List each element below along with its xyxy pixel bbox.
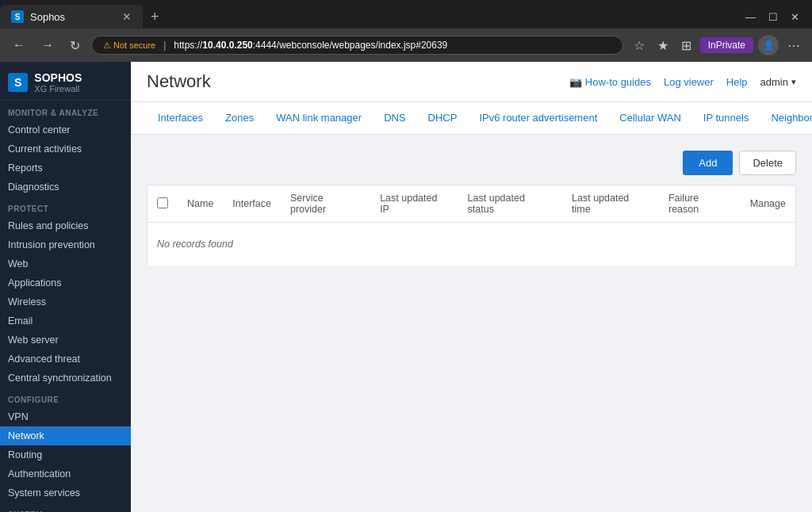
header-links: 📷 How-to guides Log viewer Help admin	[569, 76, 796, 88]
section-label-protect: Protect	[0, 197, 131, 216]
sidebar-item-routing[interactable]: Routing	[0, 445, 131, 464]
brand-info: SOPHOS XG Firewall	[34, 71, 82, 94]
sidebar-item-vpn[interactable]: VPN	[0, 407, 131, 426]
table-header-checkbox[interactable]	[147, 185, 178, 223]
add-button[interactable]: Add	[683, 151, 733, 175]
brand-name: SOPHOS	[34, 71, 82, 84]
tab-ip-tunnels[interactable]: IP tunnels	[692, 102, 760, 135]
sidebar-item-intrusion-prevention[interactable]: Intrusion prevention	[0, 235, 131, 254]
tab-title: Sophos	[30, 11, 65, 23]
browser-tab[interactable]: S Sophos ✕	[0, 5, 143, 29]
main-header: Network 📷 How-to guides Log viewer Help …	[131, 62, 812, 102]
url-display: https://10.40.0.250:4444/webconsole/webp…	[174, 40, 447, 51]
tab-wan-link-manager[interactable]: WAN link manager	[265, 102, 373, 135]
more-btn[interactable]: ⋯	[783, 36, 804, 55]
tab-dhcp[interactable]: DHCP	[417, 102, 469, 135]
tab-cellular-wan[interactable]: Cellular WAN	[608, 102, 692, 135]
window-close-btn[interactable]: ✕	[786, 11, 804, 23]
sophos-logo-icon: S	[8, 73, 28, 92]
product-name: XG Firewall	[34, 84, 82, 94]
sidebar-item-authentication[interactable]: Authentication	[0, 464, 131, 483]
section-label-monitor: Monitor & Analyze	[0, 101, 131, 120]
tab-dns[interactable]: DNS	[373, 102, 416, 135]
sidebar-item-central-sync[interactable]: Central synchronization	[0, 369, 131, 388]
sidebar-item-advanced-threat[interactable]: Advanced threat	[0, 350, 131, 369]
address-bar[interactable]: ⚠ Not secure | https://10.40.0.250:4444/…	[91, 36, 623, 55]
sidebar-item-rules-policies[interactable]: Rules and policies	[0, 216, 131, 235]
delete-button[interactable]: Delete	[739, 151, 796, 175]
sidebar-item-current-activities[interactable]: Current activities	[0, 139, 131, 159]
sidebar-item-system-services[interactable]: System services	[0, 483, 131, 502]
section-label-system: System	[0, 502, 131, 512]
star-btn[interactable]: ☆	[630, 36, 649, 55]
tab-ipv6-router[interactable]: IPv6 router advertisement	[468, 102, 608, 135]
select-all-checkbox[interactable]	[157, 197, 168, 208]
table-toolbar: Add Delete	[147, 151, 796, 175]
sidebar-item-diagnostics[interactable]: Diagnostics	[0, 178, 131, 197]
inprivate-btn[interactable]: InPrivate	[700, 37, 753, 53]
how-to-guides-link[interactable]: 📷 How-to guides	[569, 76, 651, 88]
page-title: Network	[147, 71, 211, 92]
collections-btn[interactable]: ⊞	[677, 36, 695, 55]
tab-favicon: S	[11, 10, 24, 23]
not-secure-indicator: ⚠ Not secure	[103, 40, 155, 51]
tab-close-btn[interactable]: ✕	[122, 10, 132, 23]
help-link[interactable]: Help	[726, 76, 748, 88]
main-content: Network 📷 How-to guides Log viewer Help …	[131, 62, 812, 512]
sidebar-item-applications[interactable]: Applications	[0, 273, 131, 292]
user-avatar[interactable]: 👤	[758, 35, 779, 55]
table-header-name: Name	[178, 185, 223, 223]
refresh-btn[interactable]: ↻	[65, 36, 85, 55]
log-viewer-link[interactable]: Log viewer	[664, 76, 714, 88]
browser-chrome: S Sophos ✕ + — ☐ ✕ ← → ↻ ⚠ Not secure | …	[0, 0, 812, 62]
minimize-btn[interactable]: —	[741, 11, 760, 23]
forward-btn[interactable]: →	[36, 36, 59, 54]
dynamic-dns-table: Name Interface Service provider Last upd…	[147, 185, 796, 266]
table-header-interface: Interface	[223, 185, 281, 223]
table-header-last-updated-ip: Last updated IP	[370, 185, 458, 223]
table-no-records-row: No records found	[147, 223, 796, 266]
sidebar-item-email[interactable]: Email	[0, 311, 131, 331]
admin-menu[interactable]: admin	[760, 76, 796, 88]
no-records-cell: No records found	[147, 223, 796, 266]
back-btn[interactable]: ←	[8, 36, 30, 54]
sidebar-item-control-center[interactable]: Control center	[0, 120, 131, 139]
section-label-configure: Configure	[0, 388, 131, 407]
table-header-row: Name Interface Service provider Last upd…	[147, 185, 796, 223]
sidebar-logo: S SOPHOS XG Firewall	[0, 62, 131, 101]
sidebar: S SOPHOS XG Firewall Monitor & Analyze C…	[0, 62, 131, 512]
new-tab-btn[interactable]: +	[143, 9, 167, 25]
tab-interfaces[interactable]: Interfaces	[147, 102, 214, 135]
sidebar-item-web-server[interactable]: Web server	[0, 331, 131, 350]
browser-tabs: S Sophos ✕ + — ☐ ✕	[0, 0, 812, 29]
sidebar-item-network[interactable]: Network	[0, 426, 131, 445]
table-header-service-provider: Service provider	[281, 185, 370, 223]
sidebar-item-wireless[interactable]: Wireless	[0, 292, 131, 311]
content-area: Add Delete Name Interface Service provid…	[131, 135, 812, 512]
nav-tabs-bar: Interfaces Zones WAN link manager DNS DH…	[131, 102, 812, 135]
app-container: S SOPHOS XG Firewall Monitor & Analyze C…	[0, 62, 812, 512]
table-header-last-updated-status: Last updated status	[458, 185, 562, 223]
fav-btn[interactable]: ★	[653, 36, 672, 55]
table-header-last-updated-time: Last updated time	[562, 185, 659, 223]
browser-toolbar: ← → ↻ ⚠ Not secure | https://10.40.0.250…	[0, 29, 812, 62]
tab-neighbors[interactable]: Neighbors (ARP-NDP)	[760, 102, 812, 135]
maximize-btn[interactable]: ☐	[764, 11, 783, 23]
table-header-manage: Manage	[741, 185, 796, 223]
sidebar-item-reports[interactable]: Reports	[0, 159, 131, 178]
tab-zones[interactable]: Zones	[214, 102, 265, 135]
browser-toolbar-icons: ☆ ★ ⊞ InPrivate 👤 ⋯	[630, 35, 804, 55]
table-header-failure-reason: Failure reason	[659, 185, 741, 223]
sidebar-item-web[interactable]: Web	[0, 254, 131, 273]
camera-icon: 📷	[569, 76, 582, 88]
